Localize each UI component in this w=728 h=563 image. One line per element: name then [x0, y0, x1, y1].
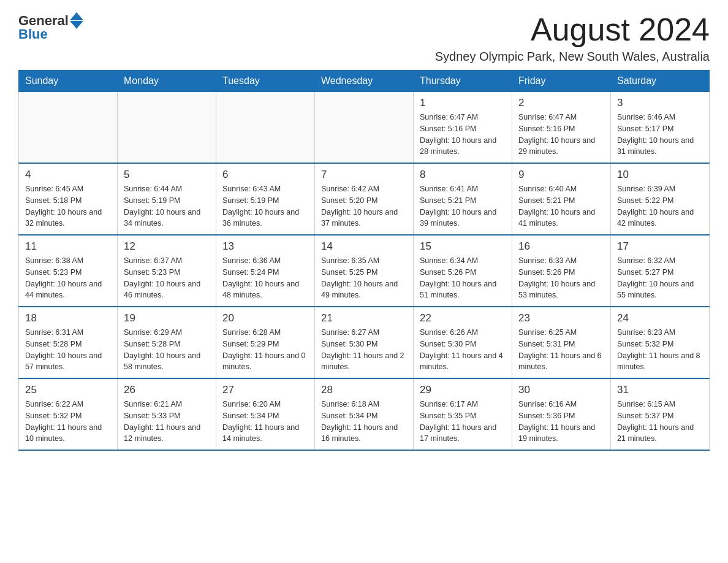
location-subtitle: Sydney Olympic Park, New South Wales, Au…: [435, 50, 710, 64]
day-number: 2: [518, 97, 604, 109]
day-number: 21: [321, 312, 407, 324]
day-number: 11: [25, 240, 111, 253]
logo-triangle-down-icon: [70, 21, 83, 29]
calendar-cell: 14Sunrise: 6:35 AM Sunset: 5:25 PM Dayli…: [315, 235, 414, 307]
calendar-week-row: 1Sunrise: 6:47 AM Sunset: 5:16 PM Daylig…: [19, 92, 710, 164]
day-number: 29: [420, 384, 506, 396]
day-number: 31: [617, 384, 703, 396]
day-number: 5: [124, 169, 210, 181]
calendar-cell: 26Sunrise: 6:21 AM Sunset: 5:33 PM Dayli…: [118, 378, 216, 450]
day-number: 6: [222, 169, 308, 181]
day-number: 15: [420, 240, 506, 253]
day-info: Sunrise: 6:41 AM Sunset: 5:21 PM Dayligh…: [420, 183, 506, 229]
calendar-week-row: 25Sunrise: 6:22 AM Sunset: 5:32 PM Dayli…: [19, 378, 710, 450]
day-info: Sunrise: 6:40 AM Sunset: 5:21 PM Dayligh…: [518, 183, 604, 229]
day-info: Sunrise: 6:47 AM Sunset: 5:16 PM Dayligh…: [518, 112, 604, 158]
weekday-header-thursday: Thursday: [414, 71, 512, 92]
calendar-week-row: 4Sunrise: 6:45 AM Sunset: 5:18 PM Daylig…: [19, 163, 710, 235]
day-info: Sunrise: 6:23 AM Sunset: 5:32 PM Dayligh…: [617, 327, 703, 373]
day-number: 17: [617, 240, 703, 253]
day-info: Sunrise: 6:17 AM Sunset: 5:35 PM Dayligh…: [420, 399, 506, 445]
day-info: Sunrise: 6:22 AM Sunset: 5:32 PM Dayligh…: [25, 399, 111, 445]
day-number: 3: [617, 97, 703, 109]
day-number: 23: [518, 312, 604, 324]
day-info: Sunrise: 6:45 AM Sunset: 5:18 PM Dayligh…: [25, 183, 111, 229]
calendar-cell: [315, 92, 414, 164]
day-number: 25: [25, 384, 111, 396]
day-number: 14: [321, 240, 407, 253]
calendar-body: 1Sunrise: 6:47 AM Sunset: 5:16 PM Daylig…: [19, 92, 710, 451]
calendar-week-row: 11Sunrise: 6:38 AM Sunset: 5:23 PM Dayli…: [19, 235, 710, 307]
day-info: Sunrise: 6:26 AM Sunset: 5:30 PM Dayligh…: [420, 327, 506, 373]
calendar-cell: [19, 92, 118, 164]
calendar-cell: 24Sunrise: 6:23 AM Sunset: 5:32 PM Dayli…: [611, 307, 710, 378]
day-info: Sunrise: 6:32 AM Sunset: 5:27 PM Dayligh…: [617, 255, 703, 301]
weekday-header-friday: Friday: [512, 71, 611, 92]
day-number: 7: [321, 169, 407, 181]
logo-blue-text: Blue: [18, 26, 48, 42]
weekday-header-saturday: Saturday: [611, 71, 710, 92]
calendar-header: SundayMondayTuesdayWednesdayThursdayFrid…: [19, 71, 710, 92]
day-info: Sunrise: 6:31 AM Sunset: 5:28 PM Dayligh…: [25, 327, 111, 373]
calendar-cell: 12Sunrise: 6:37 AM Sunset: 5:23 PM Dayli…: [118, 235, 216, 307]
calendar-cell: 7Sunrise: 6:42 AM Sunset: 5:20 PM Daylig…: [315, 163, 414, 235]
day-number: 27: [222, 384, 308, 396]
day-number: 20: [222, 312, 308, 324]
weekday-header-sunday: Sunday: [19, 71, 118, 92]
day-info: Sunrise: 6:46 AM Sunset: 5:17 PM Dayligh…: [617, 112, 703, 158]
calendar-cell: 9Sunrise: 6:40 AM Sunset: 5:21 PM Daylig…: [512, 163, 611, 235]
day-info: Sunrise: 6:38 AM Sunset: 5:23 PM Dayligh…: [25, 255, 111, 301]
calendar-cell: 21Sunrise: 6:27 AM Sunset: 5:30 PM Dayli…: [315, 307, 414, 378]
day-info: Sunrise: 6:34 AM Sunset: 5:26 PM Dayligh…: [420, 255, 506, 301]
calendar-table: SundayMondayTuesdayWednesdayThursdayFrid…: [18, 70, 710, 451]
calendar-cell: 27Sunrise: 6:20 AM Sunset: 5:34 PM Dayli…: [216, 378, 315, 450]
calendar-cell: 30Sunrise: 6:16 AM Sunset: 5:36 PM Dayli…: [512, 378, 611, 450]
weekday-header-monday: Monday: [118, 71, 216, 92]
day-number: 4: [25, 169, 111, 181]
calendar-cell: 3Sunrise: 6:46 AM Sunset: 5:17 PM Daylig…: [611, 92, 710, 164]
day-number: 22: [420, 312, 506, 324]
day-info: Sunrise: 6:37 AM Sunset: 5:23 PM Dayligh…: [124, 255, 210, 301]
day-number: 9: [518, 169, 604, 181]
calendar-cell: 25Sunrise: 6:22 AM Sunset: 5:32 PM Dayli…: [19, 378, 118, 450]
day-number: 13: [222, 240, 308, 253]
day-info: Sunrise: 6:25 AM Sunset: 5:31 PM Dayligh…: [518, 327, 604, 373]
day-number: 12: [124, 240, 210, 253]
calendar-cell: 10Sunrise: 6:39 AM Sunset: 5:22 PM Dayli…: [611, 163, 710, 235]
day-number: 28: [321, 384, 407, 396]
calendar-cell: 19Sunrise: 6:29 AM Sunset: 5:28 PM Dayli…: [118, 307, 216, 378]
day-number: 1: [420, 97, 506, 109]
calendar-cell: 17Sunrise: 6:32 AM Sunset: 5:27 PM Dayli…: [611, 235, 710, 307]
calendar-cell: 11Sunrise: 6:38 AM Sunset: 5:23 PM Dayli…: [19, 235, 118, 307]
day-number: 10: [617, 169, 703, 181]
day-info: Sunrise: 6:27 AM Sunset: 5:30 PM Dayligh…: [321, 327, 407, 373]
calendar-cell: 18Sunrise: 6:31 AM Sunset: 5:28 PM Dayli…: [19, 307, 118, 378]
day-info: Sunrise: 6:42 AM Sunset: 5:20 PM Dayligh…: [321, 183, 407, 229]
page-header: General Blue August 2024 Sydney Olympic …: [18, 12, 710, 64]
logo: General Blue: [18, 12, 83, 42]
day-number: 8: [420, 169, 506, 181]
calendar-cell: 31Sunrise: 6:15 AM Sunset: 5:37 PM Dayli…: [611, 378, 710, 450]
calendar-cell: 1Sunrise: 6:47 AM Sunset: 5:16 PM Daylig…: [414, 92, 512, 164]
calendar-cell: 23Sunrise: 6:25 AM Sunset: 5:31 PM Dayli…: [512, 307, 611, 378]
day-number: 19: [124, 312, 210, 324]
calendar-cell: 15Sunrise: 6:34 AM Sunset: 5:26 PM Dayli…: [414, 235, 512, 307]
day-info: Sunrise: 6:36 AM Sunset: 5:24 PM Dayligh…: [222, 255, 308, 301]
day-info: Sunrise: 6:47 AM Sunset: 5:16 PM Dayligh…: [420, 112, 506, 158]
day-info: Sunrise: 6:18 AM Sunset: 5:34 PM Dayligh…: [321, 399, 407, 445]
day-info: Sunrise: 6:28 AM Sunset: 5:29 PM Dayligh…: [222, 327, 308, 373]
weekday-header-tuesday: Tuesday: [216, 71, 315, 92]
calendar-cell: [216, 92, 315, 164]
calendar-cell: 28Sunrise: 6:18 AM Sunset: 5:34 PM Dayli…: [315, 378, 414, 450]
calendar-cell: 5Sunrise: 6:44 AM Sunset: 5:19 PM Daylig…: [118, 163, 216, 235]
day-info: Sunrise: 6:43 AM Sunset: 5:19 PM Dayligh…: [222, 183, 308, 229]
day-info: Sunrise: 6:20 AM Sunset: 5:34 PM Dayligh…: [222, 399, 308, 445]
day-info: Sunrise: 6:35 AM Sunset: 5:25 PM Dayligh…: [321, 255, 407, 301]
day-number: 26: [124, 384, 210, 396]
calendar-cell: 22Sunrise: 6:26 AM Sunset: 5:30 PM Dayli…: [414, 307, 512, 378]
day-info: Sunrise: 6:16 AM Sunset: 5:36 PM Dayligh…: [518, 399, 604, 445]
month-title: August 2024: [435, 12, 710, 47]
day-number: 24: [617, 312, 703, 324]
day-info: Sunrise: 6:21 AM Sunset: 5:33 PM Dayligh…: [124, 399, 210, 445]
title-area: August 2024 Sydney Olympic Park, New Sou…: [435, 12, 710, 64]
